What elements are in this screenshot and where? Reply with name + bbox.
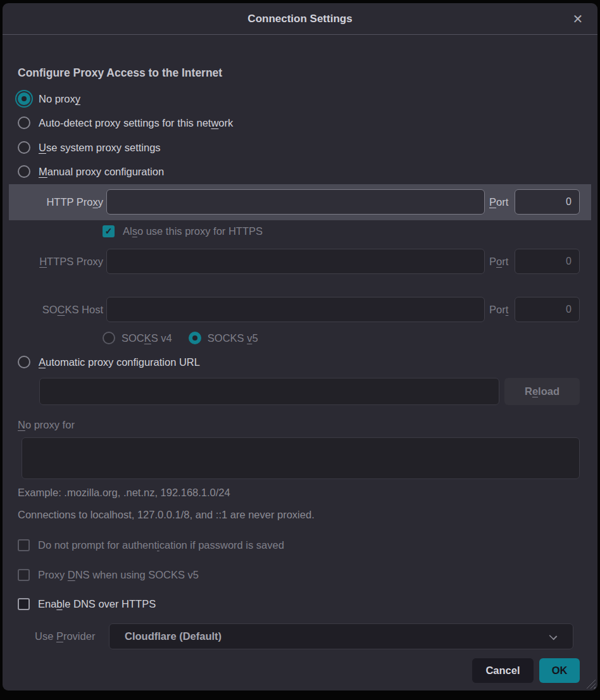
radio-socks-v4[interactable]: SOCKS v4 bbox=[103, 330, 172, 346]
radio-use-system[interactable]: Use system proxy settings bbox=[18, 140, 161, 155]
checkbox-no-prompt-auth[interactable]: Do not prompt for authentication if pass… bbox=[18, 537, 284, 553]
radio-auto-detect[interactable]: Auto-detect proxy settings for this netw… bbox=[18, 115, 233, 130]
radio-icon[interactable] bbox=[18, 356, 30, 368]
connection-settings-dialog: Connection Settings ✕ Configure Proxy Ac… bbox=[3, 3, 597, 691]
checkbox-icon[interactable] bbox=[18, 569, 30, 581]
socks-host-label: SOCKS Host bbox=[18, 302, 103, 317]
auto-config-url-input[interactable] bbox=[39, 378, 499, 405]
radio-auto-config-url[interactable]: Automatic proxy configuration URL bbox=[18, 354, 200, 370]
provider-select[interactable]: Cloudflare (Default) bbox=[109, 623, 573, 649]
ok-button[interactable]: OK bbox=[539, 658, 580, 683]
socks-version-group: SOCKS v4 SOCKS v5 bbox=[103, 330, 258, 346]
radio-manual-proxy-label: Manual proxy configuration bbox=[39, 164, 164, 179]
radio-icon[interactable] bbox=[18, 116, 30, 129]
checkbox-no-prompt-auth-label: Do not prompt for authentication if pass… bbox=[38, 537, 284, 553]
https-port-label: Port bbox=[489, 254, 513, 269]
no-proxy-for-label: No proxy for bbox=[18, 417, 75, 432]
checkbox-icon[interactable] bbox=[18, 539, 30, 551]
dialog-titlebar: Connection Settings ✕ bbox=[3, 3, 597, 35]
https-proxy-input[interactable] bbox=[106, 249, 485, 274]
https-port-input[interactable] bbox=[515, 249, 580, 274]
socks-port-input[interactable] bbox=[515, 297, 580, 322]
checkbox-enable-doh[interactable]: Enable DNS over HTTPS bbox=[18, 596, 156, 611]
socks-port-label: Port bbox=[489, 302, 513, 317]
radio-selected-icon[interactable] bbox=[189, 332, 201, 344]
no-proxy-for-textarea[interactable] bbox=[22, 437, 580, 479]
checkbox-checked-icon[interactable]: ✓ bbox=[103, 225, 115, 237]
radio-socks-v4-label: SOCKS v4 bbox=[122, 330, 172, 346]
checkbox-proxy-dns[interactable]: Proxy DNS when using SOCKS v5 bbox=[18, 567, 199, 582]
radio-icon[interactable] bbox=[18, 165, 30, 178]
radio-selected-icon[interactable] bbox=[18, 92, 30, 105]
http-proxy-input[interactable] bbox=[106, 189, 485, 215]
checkbox-also-https[interactable]: ✓ Also use this proxy for HTTPS bbox=[103, 223, 263, 239]
radio-auto-config-url-label: Automatic proxy configuration URL bbox=[39, 354, 200, 370]
dialog-title: Connection Settings bbox=[247, 13, 352, 25]
radio-icon[interactable] bbox=[18, 141, 30, 154]
radio-icon[interactable] bbox=[103, 332, 115, 344]
checkbox-proxy-dns-label: Proxy DNS when using SOCKS v5 bbox=[38, 567, 199, 582]
http-proxy-label: HTTP Proxy bbox=[18, 194, 103, 209]
radio-socks-v5-label: SOCKS v5 bbox=[208, 330, 258, 346]
cancel-button[interactable]: Cancel bbox=[472, 658, 534, 683]
provider-selected-value: Cloudflare (Default) bbox=[125, 630, 222, 642]
chevron-down-icon bbox=[549, 632, 558, 641]
example-note: Example: .mozilla.org, .net.nz, 192.168.… bbox=[18, 485, 230, 499]
checkbox-also-https-label: Also use this proxy for HTTPS bbox=[123, 223, 263, 239]
reload-button[interactable]: Reload bbox=[504, 378, 580, 405]
https-proxy-label: HTTPS Proxy bbox=[18, 254, 103, 269]
use-provider-label: Use Provider bbox=[35, 628, 95, 644]
checkbox-enable-doh-label: Enable DNS over HTTPS bbox=[38, 596, 156, 611]
radio-no-proxy[interactable]: No proxy bbox=[18, 91, 80, 106]
radio-socks-v5[interactable]: SOCKS v5 bbox=[189, 330, 258, 346]
radio-no-proxy-label: No proxy bbox=[39, 91, 80, 106]
http-port-label: Port bbox=[489, 194, 513, 209]
close-icon[interactable]: ✕ bbox=[570, 11, 586, 27]
http-port-input[interactable] bbox=[515, 189, 580, 215]
socks-host-input[interactable] bbox=[106, 297, 485, 322]
radio-use-system-label: Use system proxy settings bbox=[39, 140, 161, 155]
checkbox-icon[interactable] bbox=[18, 598, 30, 610]
resize-grip[interactable] bbox=[586, 679, 596, 689]
page-title: Configure Proxy Access to the Internet bbox=[18, 66, 222, 80]
localhost-note: Connections to localhost, 127.0.0.1/8, a… bbox=[18, 508, 315, 522]
radio-manual-proxy[interactable]: Manual proxy configuration bbox=[18, 164, 164, 179]
radio-auto-detect-label: Auto-detect proxy settings for this netw… bbox=[39, 115, 233, 130]
